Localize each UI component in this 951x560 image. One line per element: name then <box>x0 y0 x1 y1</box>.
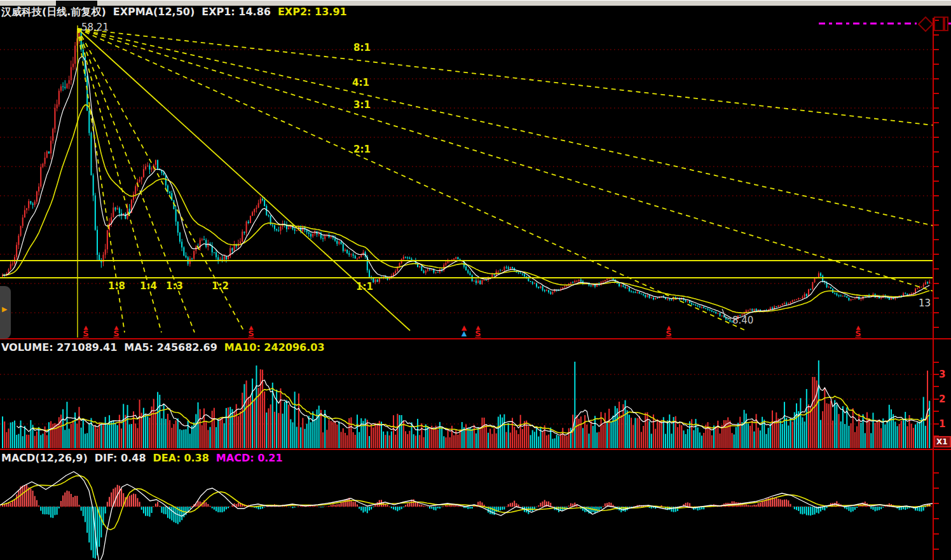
exp1-value: EXP1: 14.86 <box>202 6 271 18</box>
stock-title: 汉威科技(日线.前复权) <box>1 6 106 18</box>
peak-price-label: 58.21 <box>81 22 109 33</box>
dif-value: DIF: 0.48 <box>95 452 146 464</box>
signal-double-triangle-marker: ▲▲ <box>459 325 469 336</box>
gann-ratio-label: 1:4 <box>140 280 157 292</box>
macd-lines <box>0 472 933 560</box>
sell-signal-marker: ▲S <box>664 325 674 338</box>
gann-ratio-label: 4:1 <box>352 77 369 88</box>
app-window: 汉威科技(日线.前复权)EXPMA(12,50)EXP1: 14.86EXP2:… <box>0 0 951 560</box>
flyout-tab[interactable]: ▶ <box>0 286 11 339</box>
volume-bars <box>2 360 930 448</box>
volume-axis-tick-label: 1 <box>939 418 945 430</box>
gann-ratio-label: 1:1 <box>356 281 373 292</box>
gann-ratio-label: 3:1 <box>353 99 371 111</box>
volume-ma10-value: MA10: 242096.03 <box>224 341 325 353</box>
indicator-label: EXPMA(12,50) <box>113 6 195 18</box>
sell-signal-marker: ▲S <box>246 325 256 338</box>
sell-signal-marker: ▲S <box>473 325 483 338</box>
gann-ratio-label: 2:1 <box>353 144 371 155</box>
volume-panel-header: VOLUME: 271089.41MA5: 245682.69MA10: 242… <box>1 341 332 354</box>
gann-ratio-label: 1:3 <box>166 280 183 292</box>
expma-lines <box>3 57 929 318</box>
main-chart-header: 汉威科技(日线.前复权)EXPMA(12,50)EXP1: 14.86EXP2:… <box>1 6 354 18</box>
chevron-right-icon: ▶ <box>2 305 7 313</box>
last-price-label: 13 <box>919 297 933 309</box>
macd-panel-header: MACD(12,26,9)DIF: 0.48DEA: 0.38MACD: 0.2… <box>1 452 290 465</box>
macd-name: MACD(12,26,9) <box>1 452 88 464</box>
gann-ratio-label: 8:1 <box>353 42 371 53</box>
dea-value: DEA: 0.38 <box>153 452 209 464</box>
volume-axis-tick-label: 3 <box>939 369 945 380</box>
sell-signal-marker: ▲S <box>111 325 121 338</box>
gann-ratio-label: 1:8 <box>108 280 125 292</box>
window-panes-icon[interactable] <box>934 17 948 31</box>
volume-axis-tick-label: 2 <box>939 393 945 405</box>
sell-signal-marker: ▲S <box>853 325 863 338</box>
diamond-icon[interactable] <box>919 17 933 31</box>
low-price-label: 8.40 <box>732 315 753 326</box>
macd-value: MACD: 0.21 <box>216 452 283 464</box>
titlebar <box>0 0 951 6</box>
volume-ma5-value: MA5: 245682.69 <box>124 341 217 353</box>
volume-multiplier-badge: X1 <box>934 436 951 447</box>
sell-signal-marker: ▲S <box>81 325 91 338</box>
volume-value: VOLUME: 271089.41 <box>1 341 117 353</box>
gann-ratio-label: 1:2 <box>212 280 229 292</box>
exp2-value: EXP2: 13.91 <box>278 6 347 18</box>
